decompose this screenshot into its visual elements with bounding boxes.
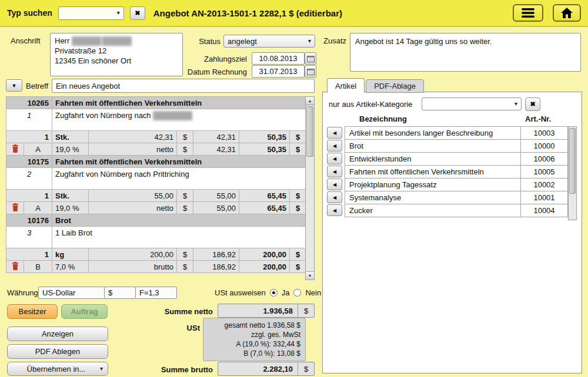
radio-nein[interactable] <box>293 289 301 297</box>
waehrung-factor-input[interactable] <box>135 287 177 299</box>
price-cell[interactable]: 42,31 <box>89 131 177 143</box>
gross-cell: 65,45 <box>239 202 290 214</box>
delete-position-button[interactable] <box>6 143 24 156</box>
artikel-row: ◀ Fahrten mit öffentlichen Verkehrsmitte… <box>323 165 583 179</box>
unit-cell[interactable]: Stk. <box>52 190 89 202</box>
position-group-header: 10176 Brot <box>6 214 306 227</box>
positions-scrollbar[interactable]: ▲ ▼ <box>305 96 315 280</box>
tax-mode-cell[interactable]: netto <box>89 202 177 214</box>
tax-mode-cell[interactable]: brutto <box>89 261 177 273</box>
currency-cell: $ <box>290 248 306 261</box>
scrollbar-thumb[interactable] <box>306 106 313 157</box>
pdf-ablegen-button[interactable]: PDF Ablegen <box>7 344 108 359</box>
position-description[interactable]: Zugfahrt von Nürnberg nach ████████ <box>52 109 306 131</box>
datum-rechnung-label: Datum Rechnung <box>168 68 247 76</box>
betreff-input[interactable] <box>52 79 315 93</box>
tab-artikel[interactable]: Artikel <box>327 78 365 93</box>
status-select[interactable]: angelegt ▾ <box>223 35 315 48</box>
take-article-button[interactable]: ◀ <box>327 166 342 177</box>
uebernehmen-button-label: Übernehmen in... <box>12 365 100 373</box>
take-article-button[interactable]: ◀ <box>327 153 342 164</box>
home-button[interactable] <box>553 4 581 22</box>
kategorie-combo[interactable]: ▾ <box>422 97 522 110</box>
position-description[interactable]: Zugfahrt von Nürnberg nach Prittriching <box>52 168 306 190</box>
radio-ja[interactable] <box>270 289 278 297</box>
position-qty-row: 1 Stk. 55,00 $ 55,00 65,45 $ <box>6 190 306 202</box>
address-box[interactable]: Herr ██████ ██████ Privatstraße 12 12345… <box>50 33 183 76</box>
radio-nein-label: Nein <box>305 288 321 297</box>
article-title: Fahrten mit öffentlichen Verkehrsmitteln <box>52 156 306 168</box>
betreff-label: Betreff <box>26 82 48 90</box>
price-cell[interactable]: 55,00 <box>89 190 177 202</box>
zahlungsziel-calendar-button[interactable] <box>305 52 316 65</box>
unit-cell[interactable]: Stk. <box>52 131 89 143</box>
price-cell[interactable]: 200,00 <box>89 248 177 261</box>
take-article-button[interactable]: ◀ <box>327 140 342 152</box>
address-line-3: 12345 Ein schöner Ort <box>55 56 178 66</box>
artikel-scrollbar[interactable] <box>568 126 577 220</box>
scrollbar-thumb[interactable] <box>569 128 576 194</box>
take-article-button[interactable]: ◀ <box>327 204 342 216</box>
arrow-left-icon: ◀ <box>333 208 336 213</box>
zahlungsziel-input[interactable] <box>252 52 305 65</box>
waehrung-name-input[interactable] <box>38 287 105 299</box>
artikel-nr: 10003 <box>520 126 568 140</box>
net-cell: 186,92 <box>193 248 239 261</box>
anzeigen-button-label: Anzeigen <box>42 329 74 338</box>
close-icon: ✖ <box>530 100 535 108</box>
clear-typ-button[interactable]: ✖ <box>130 6 145 20</box>
datum-rechnung-input[interactable] <box>252 65 305 78</box>
qty-cell[interactable]: 1 <box>6 131 52 143</box>
chevron-down-icon: ▾ <box>514 101 517 107</box>
auftrag-button-label: Auftrag <box>71 307 98 316</box>
zusatz-box[interactable]: Angebot ist 14 Tage gültig uns so weiter… <box>350 33 581 72</box>
typ-suchen-label: Typ suchen <box>7 8 52 18</box>
artikel-name: Systemanalyse <box>345 191 521 204</box>
currency-cell: $ <box>177 202 193 214</box>
waehrung-symbol-input[interactable] <box>104 287 136 299</box>
calendar-icon <box>307 68 315 75</box>
tab-artikel-label: Artikel <box>335 82 356 90</box>
col-bezeichnung-header: Bezeichnung <box>359 115 407 123</box>
artikel-row: ◀ Zucker 10004 <box>323 204 583 217</box>
ust-line: zzgl. ges. MwSt <box>208 330 300 339</box>
delete-position-button[interactable] <box>6 202 24 214</box>
tax-mode-cell[interactable]: netto <box>89 143 177 156</box>
description-text: 1 Laib Brot <box>55 228 92 237</box>
take-article-button[interactable]: ◀ <box>327 127 342 139</box>
tax-class-cell[interactable]: A <box>24 202 52 214</box>
artikel-panel: nur aus Artikel-Kategorie ▾ ✖ Bezeichnun… <box>322 92 582 373</box>
position-description-row: 2 Zugfahrt von Nürnberg nach Prittrichin… <box>6 168 306 190</box>
auftrag-button[interactable]: Auftrag <box>61 304 108 319</box>
gross-cell: 50,35 <box>239 131 290 143</box>
position-description[interactable]: 1 Laib Brot <box>52 227 306 248</box>
scroll-down-icon[interactable]: ▼ <box>306 271 314 280</box>
qty-cell[interactable]: 1 <box>6 248 52 261</box>
betreff-dropdown-button[interactable]: ▼ <box>6 79 22 92</box>
datum-rechnung-calendar-button[interactable] <box>305 65 316 78</box>
unit-cell[interactable]: kg <box>52 248 89 261</box>
uebernehmen-dropdown-button[interactable]: Übernehmen in... ▾ <box>7 362 108 376</box>
redacted-name: ██████ ██████ <box>72 36 131 45</box>
artikel-nr: 10005 <box>520 165 568 179</box>
tax-rate-cell: 19,0 % <box>52 202 89 214</box>
summe-netto-label: Summe netto <box>135 307 213 316</box>
delete-position-button[interactable] <box>6 261 24 273</box>
summe-netto-value: 1.936,58 <box>218 304 298 317</box>
scroll-up-icon[interactable]: ▲ <box>306 97 314 105</box>
artikel-row: ◀ Brot 10000 <box>323 139 583 153</box>
qty-cell[interactable]: 1 <box>6 190 52 202</box>
menu-button[interactable] <box>513 4 543 22</box>
anzeigen-button[interactable]: Anzeigen <box>7 326 108 341</box>
tab-pdf-ablage[interactable]: PDF-Ablage <box>366 79 424 93</box>
tax-class-cell[interactable]: A <box>24 143 52 156</box>
clear-kategorie-button[interactable]: ✖ <box>525 97 540 111</box>
arrow-left-icon: ◀ <box>333 195 336 200</box>
gross-cell: 200,00 <box>239 248 290 261</box>
take-article-button[interactable]: ◀ <box>327 191 342 203</box>
tax-class-cell[interactable]: B <box>24 261 52 273</box>
typ-combo[interactable]: ▾ <box>58 6 124 20</box>
besitzer-button[interactable]: Besitzer <box>7 304 58 319</box>
artikel-row: ◀ Projektplanung Tagessatz 10002 <box>323 178 583 191</box>
take-article-button[interactable]: ◀ <box>327 179 342 190</box>
